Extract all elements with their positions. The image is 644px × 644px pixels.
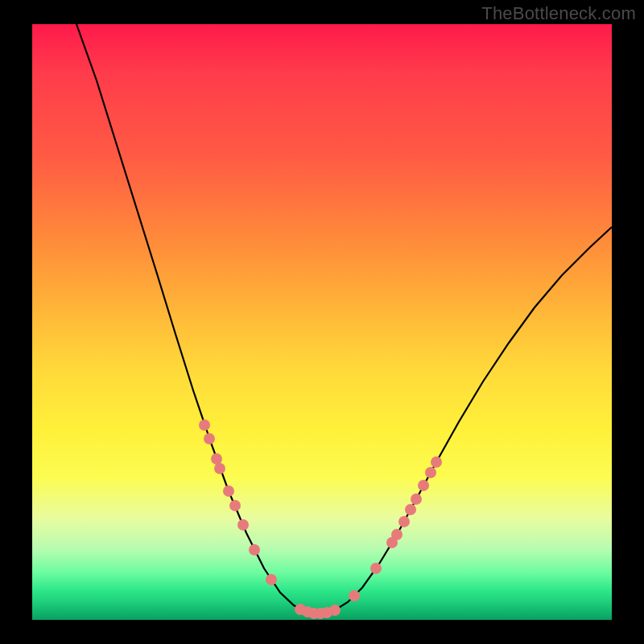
watermark-text: TheBottleneck.com	[481, 3, 636, 24]
data-marker	[229, 500, 241, 511]
data-marker	[329, 605, 341, 616]
data-marker	[266, 574, 277, 585]
data-marker	[431, 456, 442, 468]
data-marker	[425, 467, 436, 478]
data-marker	[204, 433, 215, 444]
data-marker	[199, 419, 210, 431]
data-marker	[211, 453, 222, 464]
bottleneck-curve	[76, 24, 612, 613]
data-marker	[418, 480, 429, 491]
data-marker	[223, 485, 234, 497]
data-marker	[237, 519, 249, 530]
data-marker	[398, 516, 410, 527]
data-marker	[249, 544, 260, 555]
plot-area	[32, 24, 612, 620]
data-marker	[411, 493, 422, 505]
data-marker	[349, 590, 360, 601]
marker-group	[199, 419, 442, 619]
data-marker	[405, 504, 416, 515]
data-marker	[214, 463, 225, 474]
data-marker	[370, 563, 382, 574]
data-marker	[391, 529, 402, 540]
chart-frame: TheBottleneck.com	[0, 0, 644, 644]
curve-svg	[32, 24, 612, 620]
